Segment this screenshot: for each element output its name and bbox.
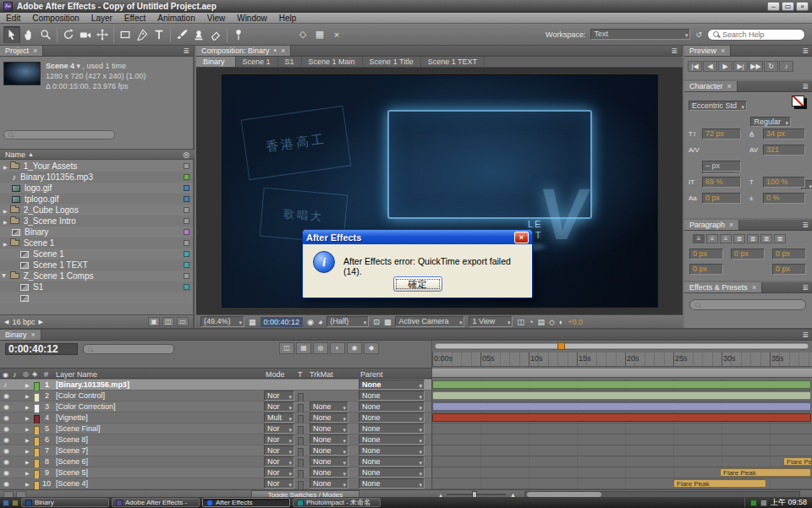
hide-shy-layers-icon[interactable]: ◍: [313, 342, 328, 354]
project-row[interactable]: 3_Scene Intro: [0, 216, 193, 227]
delete-icon[interactable]: ▭: [177, 317, 189, 326]
timeline-zoom-slider[interactable]: [447, 494, 506, 495]
eraser-tool-icon[interactable]: [207, 26, 224, 43]
layer-row[interactable]: 1 [Binary.101356.mp3] None: [0, 380, 431, 391]
mode-column[interactable]: Mode: [266, 370, 285, 379]
panel-menu-icon[interactable]: [798, 330, 812, 339]
menu-help[interactable]: Help: [273, 14, 303, 23]
magnification-dropdown[interactable]: (49.4%): [200, 316, 244, 327]
label-color-chip[interactable]: [184, 240, 189, 246]
ram-preview-icon[interactable]: ▶▶: [749, 61, 763, 72]
menu-edit[interactable]: Edit: [0, 14, 26, 23]
layer-duration-bar[interactable]: [432, 413, 811, 422]
panel-menu-icon[interactable]: [798, 46, 812, 55]
baseline-shift-field[interactable]: 0 px: [702, 193, 741, 204]
audio-enabled-icon[interactable]: [3, 380, 8, 390]
time-navigator[interactable]: [434, 342, 809, 350]
trkmat-dropdown[interactable]: None: [310, 467, 348, 478]
visibility-icon[interactable]: [3, 412, 9, 423]
dialog-close-button[interactable]: ×: [514, 232, 529, 243]
panel-menu-icon[interactable]: [798, 283, 812, 292]
draft-3d-icon[interactable]: ▦: [296, 342, 311, 354]
scroll-right-icon[interactable]: ▶: [38, 319, 42, 325]
tray-icon[interactable]: [750, 500, 757, 506]
graph-editor-icon[interactable]: ◆: [364, 342, 379, 354]
search-help-input[interactable]: [722, 30, 795, 39]
layer-duration-bar[interactable]: [432, 380, 811, 389]
quick-launch-icon[interactable]: [12, 500, 19, 506]
menu-layer[interactable]: Layer: [85, 14, 118, 23]
font-family-dropdown[interactable]: Eccentric Std: [689, 101, 747, 111]
layer-number-column[interactable]: #: [44, 370, 48, 379]
layer-row[interactable]: 7 [Scene 7] Nor None None: [0, 445, 431, 456]
visibility-icon[interactable]: [3, 467, 9, 478]
label-color-chip[interactable]: [184, 273, 189, 279]
camera-tool-icon[interactable]: [77, 26, 94, 43]
expand-icon[interactable]: [3, 161, 8, 171]
layer-name[interactable]: [Color Correction]: [56, 401, 116, 412]
panel-menu-icon[interactable]: [798, 82, 812, 90]
preview-panel-tab[interactable]: Preview: [684, 46, 731, 56]
restore-button[interactable]: ▭: [782, 2, 794, 11]
project-row[interactable]: Scene 1: [0, 249, 193, 259]
tsume-field[interactable]: 0 %: [763, 193, 805, 204]
character-panel-tab[interactable]: Character: [684, 81, 738, 91]
hand-tool-icon[interactable]: [20, 26, 37, 43]
mode-dropdown[interactable]: Nor: [264, 423, 294, 434]
parent-dropdown[interactable]: None: [359, 412, 425, 423]
trkmat-dropdown[interactable]: None: [310, 434, 348, 445]
trkmat-dropdown[interactable]: None: [310, 412, 348, 423]
project-panel-tab[interactable]: Project: [0, 46, 43, 56]
layer-duration-bar[interactable]: Flare Peak: [720, 468, 811, 477]
space-before-field[interactable]: 0 px: [689, 264, 723, 275]
trkmat-dropdown[interactable]: None: [310, 456, 348, 467]
mode-dropdown[interactable]: Nor: [264, 434, 294, 445]
project-row[interactable]: 2_Cube Logos: [0, 205, 193, 216]
visibility-icon[interactable]: [3, 401, 9, 412]
expand-icon[interactable]: [25, 380, 30, 390]
fast-previews-icon[interactable]: ◔: [529, 318, 533, 326]
justify-all-icon[interactable]: ≣: [774, 234, 786, 243]
column-name-header[interactable]: Name: [5, 150, 25, 159]
new-folder-icon[interactable]: ▣: [148, 317, 160, 326]
visibility-icon[interactable]: [3, 445, 9, 456]
parent-dropdown[interactable]: None: [359, 401, 425, 412]
parent-dropdown[interactable]: None: [359, 391, 425, 401]
next-frame-icon[interactable]: ▶|: [733, 61, 748, 72]
layer-duration-bar[interactable]: Flare Peak: [673, 479, 766, 488]
layer-name[interactable]: [Scene 8]: [56, 434, 88, 445]
close-icon[interactable]: [721, 46, 725, 55]
layer-row[interactable]: 8 [Scene 6] Nor None None: [0, 456, 431, 467]
layer-row[interactable]: 10 [Scene 4] Nor None None: [0, 478, 431, 489]
layer-duration-bar[interactable]: [432, 402, 811, 411]
layer-row[interactable]: 2 [Color Control] Nor None: [0, 391, 431, 401]
composition-mini-flowchart-icon[interactable]: ◫: [279, 342, 294, 354]
close-button[interactable]: ×: [796, 2, 809, 11]
taskbar-button-after-effects[interactable]: Adobe After Effects -: [112, 498, 200, 507]
expand-icon[interactable]: [25, 434, 30, 445]
expand-icon[interactable]: [25, 412, 30, 423]
leading-field[interactable]: 34 px: [763, 128, 805, 139]
mode-dropdown[interactable]: Nor: [264, 456, 294, 467]
justify-last-left-icon[interactable]: ≣: [733, 234, 745, 243]
indent-first-line-field[interactable]: 0 px: [731, 249, 765, 259]
align-right-icon[interactable]: ≡: [720, 234, 732, 243]
layer-name[interactable]: [Vignette]: [56, 412, 88, 423]
project-row[interactable]: logo.gif: [0, 183, 193, 194]
visibility-icon[interactable]: [3, 478, 9, 489]
panel-menu-icon[interactable]: [667, 46, 681, 55]
work-area-bar[interactable]: [432, 369, 812, 378]
justify-last-right-icon[interactable]: ≣: [760, 234, 772, 243]
taskbar-button-binary[interactable]: Binary: [21, 498, 109, 507]
taskbar-clock[interactable]: 上午 09:58: [771, 497, 809, 508]
viewer-tab-scene1-text[interactable]: Scene 1 TEXT: [421, 57, 485, 67]
region-of-interest-icon[interactable]: ⊡: [373, 318, 380, 326]
project-columns-header[interactable]: Name ▲ ◎: [0, 149, 195, 160]
parent-dropdown[interactable]: None: [359, 380, 425, 390]
align-left-icon[interactable]: ≡: [693, 234, 705, 243]
timeline-search-field[interactable]: [83, 344, 174, 354]
work-area-marker[interactable]: [557, 342, 565, 350]
expand-icon[interactable]: [3, 216, 8, 226]
pan-behind-tool-icon[interactable]: [94, 26, 111, 43]
expand-icon[interactable]: [25, 467, 30, 478]
